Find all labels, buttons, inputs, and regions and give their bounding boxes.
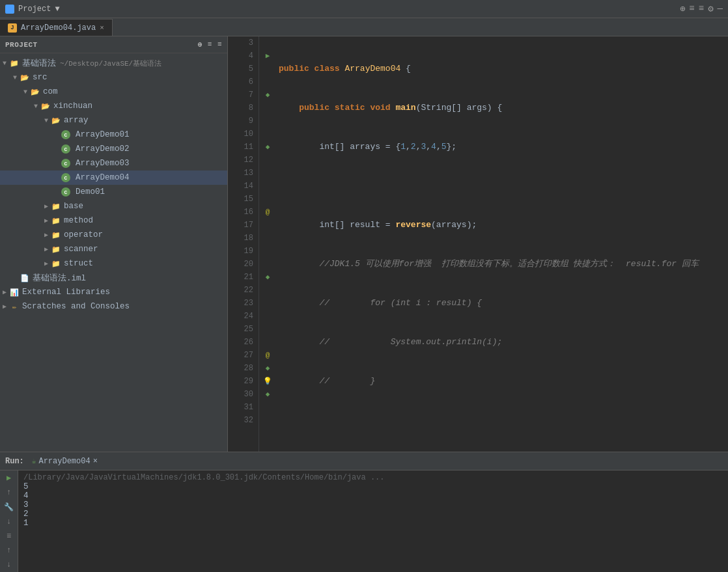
tree-label-scanner: scanner <box>64 245 98 254</box>
minimize-icon[interactable]: — <box>718 3 723 14</box>
code-line-4: public static void main(String[] args) { <box>279 102 728 115</box>
scroll-up-btn[interactable]: ↑ <box>2 488 16 497</box>
tree-item-iml[interactable]: ▶ 📄 基础语法.iml <box>0 271 227 285</box>
code-line-10: // System.out.println(i); <box>279 336 728 349</box>
operator-icon: 📁 <box>51 230 61 240</box>
tree-label-arraydemo04: ArrayDemo04 <box>76 173 130 182</box>
sidebar-tree: ▼ 📁 基础语法 ~/Desktop/JavaSE/基础语法 ▼ 📂 src ▼… <box>0 53 227 452</box>
layout-icon2[interactable]: ≡ <box>699 3 704 14</box>
arrow-base: ▶ <box>42 202 51 210</box>
tree-item-arraydemo02[interactable]: ▶ C ArrayDemo02 <box>0 142 227 156</box>
tab-bar: J ArrayDemo04.java × <box>0 18 728 36</box>
arrow-extlib: ▶ <box>0 288 9 296</box>
code-lines[interactable]: public class ArrayDemo04 { public static… <box>276 36 728 452</box>
title-bar-left: Project ▼ <box>5 5 60 14</box>
tree-item-scanner[interactable]: ▶ 📁 scanner <box>0 242 227 256</box>
tree-item-base[interactable]: ▶ 📁 base <box>0 199 227 213</box>
tree-item-arraydemo04[interactable]: ▶ C ArrayDemo04 <box>0 170 227 185</box>
src-icon: 📂 <box>20 72 30 83</box>
run-panel: Run: ☕ ArrayDemo04 × ▶ ↑ 🔧 ↓ ≡ ↑ ↓ 🖨 ≡ /… <box>0 452 728 572</box>
tree-item-xinchuan[interactable]: ▼ 📂 xinchuan <box>0 99 227 113</box>
arraydemo04-icon: C <box>61 173 70 182</box>
scratch-icon: ✏️ <box>9 301 20 312</box>
tree-item-root[interactable]: ▼ 📁 基础语法 ~/Desktop/JavaSE/基础语法 <box>0 56 227 70</box>
tree-label-src: src <box>33 73 48 82</box>
tree-label-xinchuan: xinchuan <box>53 102 92 111</box>
run-output-numbers: 5 4 3 2 1 <box>23 482 723 528</box>
tab-filename: ArrayDemo04.java <box>21 23 96 33</box>
run-label: Run: <box>5 457 24 466</box>
tree-label-demo01: Demo01 <box>76 187 105 197</box>
arrow-struct: ▶ <box>42 260 51 267</box>
run-tab[interactable]: ☕ ArrayDemo04 × <box>32 457 98 466</box>
tree-item-arraydemo03[interactable]: ▶ C ArrayDemo03 <box>0 156 227 170</box>
java-file-icon: J <box>8 23 17 33</box>
root-path: ~/Desktop/JavaSE/基础语法 <box>60 59 161 68</box>
arraydemo01-icon: C <box>61 130 70 139</box>
tree-item-arraydemo01[interactable]: ▶ C ArrayDemo01 <box>0 128 227 142</box>
arrow-xinchuan: ▼ <box>31 103 40 110</box>
down-btn2[interactable]: ↓ <box>2 560 16 569</box>
scanner-icon: 📁 <box>51 244 61 254</box>
tree-label-scratches: Scratches and Consoles <box>22 302 130 311</box>
tree-label-arraydemo03: ArrayDemo03 <box>76 159 130 168</box>
tree-label-method: method <box>64 216 93 225</box>
sidebar-title: Project <box>5 41 38 49</box>
output-line-1: 5 <box>23 482 723 491</box>
tree-item-src[interactable]: ▼ 📂 src <box>0 70 227 85</box>
tree-label-com: com <box>43 87 58 96</box>
list-btn[interactable]: ≡ <box>2 532 16 541</box>
up-btn2[interactable]: ↑ <box>2 546 16 555</box>
code-area[interactable]: 3 4 5 6 7 8 9 10 11 12 13 14 15 16 17 18… <box>228 36 728 452</box>
run-tab-name: ArrayDemo04 <box>38 457 90 466</box>
arraydemo03-icon: C <box>61 159 70 168</box>
sidebar-actions: ⊕ ≡ ≡ <box>198 40 222 49</box>
run-button[interactable]: ▶ <box>2 473 16 483</box>
code-line-5: int[] arrays = {1,2,3,4,5}; <box>279 141 728 154</box>
code-line-7: int[] result = reverse(arrays); <box>279 219 728 232</box>
code-container: 3 4 5 6 7 8 9 10 11 12 13 14 15 16 17 18… <box>228 36 728 452</box>
run-output: /Library/Java/JavaVirtualMachines/jdk1.8… <box>18 470 728 572</box>
arrow-operator: ▶ <box>42 231 51 239</box>
add-icon[interactable]: ⊕ <box>680 3 685 14</box>
title-bar: Project ▼ ⊕ ≡ ≡ ⚙ — <box>0 0 728 18</box>
code-line-11: // } <box>279 375 728 388</box>
tree-item-array[interactable]: ▼ 📂 array <box>0 113 227 128</box>
tree-item-extlib[interactable]: ▶ 📊 External Libraries <box>0 285 227 299</box>
settings-icon[interactable]: ⚙ <box>708 3 713 14</box>
line-numbers: 3 4 5 6 7 8 9 10 11 12 13 14 15 16 17 18… <box>228 36 259 452</box>
scroll-down-btn[interactable]: ↓ <box>2 517 16 526</box>
arrow-root: ▼ <box>0 60 9 67</box>
sidebar-action-icon1[interactable]: ⊕ <box>198 40 203 49</box>
com-icon: 📂 <box>30 87 40 97</box>
code-line-6 <box>279 180 728 193</box>
run-tab-close[interactable]: × <box>93 457 98 466</box>
sidebar-action-icon2[interactable]: ≡ <box>208 40 212 49</box>
struct-icon: 📁 <box>51 258 61 269</box>
tree-item-struct[interactable]: ▶ 📁 struct <box>0 256 227 271</box>
project-label: Project <box>18 5 51 14</box>
settings-btn[interactable]: 🔧 <box>2 502 16 512</box>
run-sidebar: ▶ ↑ 🔧 ↓ ≡ ↑ ↓ 🖨 ≡ <box>0 470 18 572</box>
tree-item-demo01[interactable]: ▶ C Demo01 <box>0 185 227 199</box>
tree-item-com[interactable]: ▼ 📂 com <box>0 85 227 99</box>
code-line-8: //JDK1.5 可以使用for增强 打印数组没有下标。适合打印数组 快捷方式：… <box>279 258 728 271</box>
layout-icon1[interactable]: ≡ <box>689 3 694 14</box>
sidebar-header: Project ⊕ ≡ ≡ <box>0 36 227 53</box>
run-content: ▶ ↑ 🔧 ↓ ≡ ↑ ↓ 🖨 ≡ /Library/Java/JavaVirt… <box>0 470 728 572</box>
xinchuan-icon: 📂 <box>40 101 51 111</box>
tree-label-array: array <box>64 116 89 125</box>
output-line-5: 1 <box>23 519 723 528</box>
run-command: /Library/Java/JavaVirtualMachines/jdk1.8… <box>23 473 723 482</box>
demo01-icon: C <box>61 187 70 197</box>
sidebar: Project ⊕ ≡ ≡ ▼ 📁 基础语法 ~/Desktop/JavaSE/… <box>0 36 228 452</box>
tab-close-icon[interactable]: × <box>100 24 104 32</box>
tree-item-scratches[interactable]: ▶ ✏️ Scratches and Consoles <box>0 299 227 314</box>
array-folder-icon: 📂 <box>51 115 61 126</box>
sidebar-action-icon3[interactable]: ≡ <box>217 40 222 49</box>
tree-item-method[interactable]: ▶ 📁 method <box>0 213 227 228</box>
file-tab[interactable]: J ArrayDemo04.java × <box>0 19 113 36</box>
arraydemo02-icon: C <box>61 144 70 154</box>
base-icon: 📁 <box>51 201 61 211</box>
tree-item-operator[interactable]: ▶ 📁 operator <box>0 228 227 242</box>
